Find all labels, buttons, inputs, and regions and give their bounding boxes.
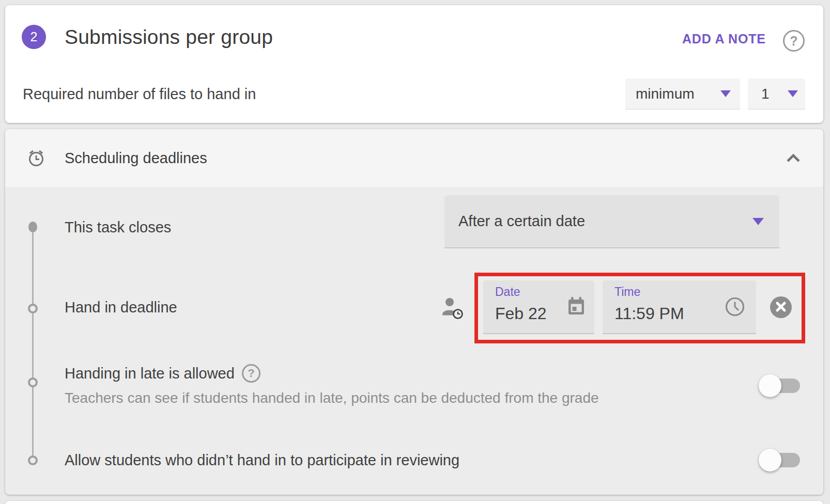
date-field[interactable]: Date Feb 22 [483, 280, 594, 334]
timeline-ring [28, 455, 38, 465]
timeline-dot [28, 222, 37, 232]
late-allowed-toggle[interactable] [759, 374, 806, 398]
next-card-edge [5, 501, 823, 504]
task-closes-label: This task closes [65, 217, 171, 238]
clear-icon [775, 301, 787, 314]
late-allowed-row: Handing in late is allowed ? [65, 363, 260, 384]
clear-deadline-button[interactable] [770, 296, 792, 318]
late-allowed-description: Teachers can see if students handed in l… [65, 389, 599, 407]
alarm-clock-icon [26, 148, 47, 168]
scheduling-body: This task closes After a certain date Ha… [5, 187, 823, 495]
file-count-value: 1 [761, 86, 770, 102]
question-mark-glyph: ? [790, 34, 797, 49]
minimum-select-value: minimum [636, 86, 695, 102]
late-allowed-label: Handing in late is allowed [65, 363, 235, 384]
required-files-label: Required number of files to hand in [23, 84, 256, 104]
step-number: 2 [30, 29, 38, 44]
toggle-knob [759, 374, 781, 397]
toggle-knob [759, 449, 781, 471]
submissions-card: 2 Submissions per group ADD A NOTE ? Req… [5, 5, 823, 123]
person-deadline-icon [441, 296, 465, 321]
task-closes-select-value: After a certain date [458, 213, 585, 230]
time-label: Time [614, 285, 640, 299]
timeline-ring [28, 377, 38, 387]
date-label: Date [495, 285, 520, 299]
dropdown-caret-icon [720, 90, 731, 97]
timeline-line [32, 227, 34, 460]
help-icon[interactable]: ? [783, 30, 805, 52]
time-field[interactable]: Time 11:59 PM [603, 280, 756, 334]
dropdown-caret-icon [788, 90, 798, 97]
collapse-section-button[interactable] [781, 149, 805, 168]
step-number-badge: 2 [22, 25, 46, 49]
time-value: 11:59 PM [614, 304, 684, 323]
date-value: Feb 22 [495, 304, 547, 323]
page-title: Submissions per group [65, 24, 273, 51]
minimum-select[interactable]: minimum [625, 78, 740, 109]
dropdown-caret-icon [752, 218, 764, 225]
calendar-icon [565, 296, 587, 318]
scheduling-title: Scheduling deadlines [65, 148, 207, 168]
scheduling-card: Scheduling deadlines This task closes Af… [5, 129, 823, 495]
participate-toggle[interactable] [759, 448, 806, 472]
scheduling-header[interactable]: Scheduling deadlines [5, 129, 823, 187]
task-closes-select[interactable]: After a certain date [444, 195, 779, 248]
page: 2 Submissions per group ADD A NOTE ? Req… [0, 0, 830, 504]
add-note-button[interactable]: ADD A NOTE [682, 30, 766, 47]
clock-icon [724, 296, 746, 318]
question-mark-glyph: ? [248, 363, 254, 384]
participate-label: Allow students who didn’t hand in to par… [65, 450, 459, 470]
chevron-up-icon [786, 153, 801, 165]
hand-in-deadline-label: Hand in deadline [65, 297, 177, 318]
file-count-select[interactable]: 1 [748, 78, 805, 109]
timeline-ring [28, 304, 38, 313]
late-allowed-help-icon[interactable]: ? [242, 364, 260, 383]
